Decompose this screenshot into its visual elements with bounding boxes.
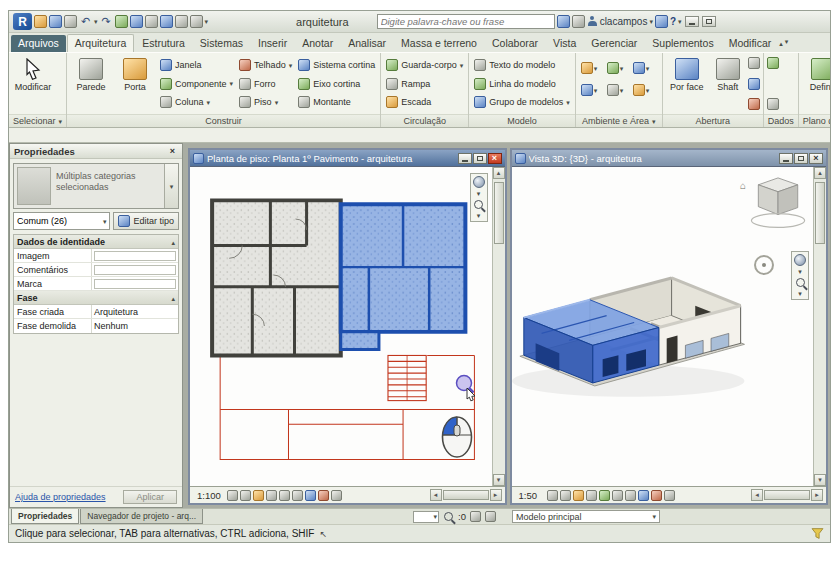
tab-arquitetura[interactable]: Arquitetura — [67, 34, 134, 52]
zoom-tool-icon[interactable] — [474, 200, 483, 209]
tab-properties[interactable]: Propriedades — [11, 509, 79, 524]
floor-button[interactable]: Piso — [237, 94, 294, 110]
wall-button[interactable]: Parede — [70, 55, 112, 112]
wall-opening-icon[interactable] — [748, 57, 760, 69]
3d-wheel-caret[interactable] — [798, 268, 802, 275]
fase-demolida-value[interactable]: Nenhum — [92, 319, 178, 333]
area-button[interactable] — [581, 80, 605, 100]
navigation-wheel-caret[interactable] — [477, 190, 481, 197]
component-button[interactable]: Componente — [158, 76, 235, 92]
h-scroll-thumb[interactable] — [443, 490, 489, 500]
zoom-tool-caret[interactable] — [477, 212, 481, 219]
3d-reveal-hidden-icon[interactable] — [651, 490, 662, 501]
3d-close-button[interactable] — [809, 153, 823, 164]
editable-only-icon[interactable] — [470, 511, 481, 522]
3d-shadows-icon[interactable] — [586, 490, 597, 501]
panel-label-selecionar[interactable]: Selecionar — [9, 114, 66, 127]
tab-analisar[interactable]: Analisar — [341, 35, 393, 52]
3d-scroll-right-arrow[interactable] — [811, 489, 823, 501]
marca-value-field[interactable] — [94, 279, 176, 289]
scroll-up-arrow[interactable] — [493, 167, 505, 179]
panel-label-ambiente-area[interactable]: Ambiente e Área — [576, 114, 662, 127]
scroll-thumb[interactable] — [494, 182, 504, 244]
3d-scale-control[interactable]: 1:50 — [515, 489, 545, 502]
text-icon[interactable] — [145, 15, 158, 28]
stair-button[interactable]: Escada — [384, 94, 465, 110]
model-group-button[interactable]: Grupo de modelos — [472, 94, 572, 110]
area-boundary-button[interactable] — [607, 80, 631, 100]
level-icon[interactable] — [767, 57, 779, 69]
room-separator-button[interactable] — [607, 58, 631, 78]
tab-inserir[interactable]: Inserir — [251, 35, 294, 52]
window-button[interactable]: Janela — [158, 57, 235, 73]
tab-estrutura[interactable]: Estrutura — [135, 35, 192, 52]
viewcube[interactable] — [751, 178, 804, 228]
visual-style-icon[interactable] — [240, 490, 251, 501]
3d-h-scroll-thumb[interactable] — [764, 490, 810, 500]
3d-model-drawing[interactable] — [512, 167, 814, 486]
3d-locked-view-icon[interactable] — [664, 490, 675, 501]
compass-ring-icon[interactable] — [754, 255, 774, 275]
shaft-opening-button[interactable]: Shaft — [710, 55, 746, 112]
steering-wheel-icon[interactable] — [473, 176, 485, 188]
ribbon-state-caret[interactable] — [785, 38, 789, 45]
navigation-bar[interactable] — [470, 173, 488, 222]
binoculars-search-icon[interactable] — [557, 15, 570, 28]
3d-horizontal-scrollbar[interactable] — [751, 489, 823, 501]
tab-massa-e-terreno[interactable]: Massa e terreno — [394, 35, 484, 52]
3d-scroll-thumb[interactable] — [815, 182, 825, 244]
grid-icon[interactable] — [767, 98, 779, 110]
plan-horizontal-scrollbar[interactable] — [430, 489, 502, 501]
communication-center-icon[interactable] — [572, 15, 585, 28]
tab-anotar[interactable]: Anotar — [295, 35, 340, 52]
sun-path-icon[interactable] — [253, 490, 264, 501]
tab-modificar[interactable]: Modificar — [722, 35, 779, 52]
apply-button[interactable]: Aplicar — [123, 490, 177, 504]
ceiling-button[interactable]: Forro — [237, 76, 294, 92]
detail-level-icon[interactable] — [227, 490, 238, 501]
3d-steering-wheel-icon[interactable] — [794, 254, 806, 266]
crop-view-icon[interactable] — [279, 490, 290, 501]
plan-minimize-button[interactable] — [458, 153, 472, 164]
type-selector-caret[interactable] — [164, 164, 178, 208]
3d-crop-view-icon[interactable] — [612, 490, 623, 501]
3d-restore-button[interactable] — [794, 153, 808, 164]
vertical-opening-icon[interactable] — [748, 78, 760, 90]
search-input[interactable] — [377, 14, 555, 29]
undo-icon[interactable] — [79, 15, 92, 28]
customize-qat-caret[interactable] — [205, 18, 209, 25]
3d-zoom-caret[interactable] — [798, 290, 802, 297]
3d-canvas[interactable] — [512, 166, 827, 486]
user-menu-caret[interactable] — [649, 18, 653, 25]
plan-gray-walls[interactable] — [212, 200, 341, 355]
print-icon[interactable] — [64, 15, 77, 28]
design-options-select[interactable]: Modelo principal — [512, 510, 660, 523]
scroll-down-arrow[interactable] — [493, 474, 505, 486]
stair-drawing[interactable] — [388, 355, 426, 400]
help-menu-caret[interactable] — [678, 18, 682, 25]
3d-render-icon[interactable] — [599, 490, 610, 501]
thin-lines-icon[interactable] — [190, 15, 203, 28]
exchange-apps-icon[interactable] — [655, 15, 668, 28]
3d-temporary-hide-icon[interactable] — [638, 490, 649, 501]
ramp-button[interactable]: Rampa — [384, 76, 465, 92]
set-workplane-button[interactable]: Definir — [802, 55, 830, 112]
tag-room-button[interactable] — [633, 58, 657, 78]
tab-suplementos[interactable]: Suplementos — [645, 35, 720, 52]
comentarios-value-field[interactable] — [94, 265, 176, 275]
workset-dropdown[interactable] — [413, 511, 439, 523]
plan-canvas[interactable] — [190, 166, 505, 486]
help-icon[interactable]: ? — [670, 16, 676, 27]
dimension-icon[interactable] — [130, 15, 143, 28]
roof-button[interactable]: Telhado — [237, 57, 294, 73]
tag-area-button[interactable] — [633, 80, 657, 100]
3d-navigation-bar[interactable] — [791, 251, 809, 300]
dormer-opening-icon[interactable] — [748, 98, 760, 110]
reveal-hidden-icon[interactable] — [318, 490, 329, 501]
section-icon[interactable] — [175, 15, 188, 28]
model-text-button[interactable]: Texto do modelo — [472, 57, 572, 73]
window-maximize-button[interactable] — [702, 16, 716, 27]
revit-application-button[interactable]: R — [13, 13, 32, 30]
plan-vertical-scrollbar[interactable] — [492, 167, 505, 486]
tab-colaborar[interactable]: Colaborar — [485, 35, 545, 52]
